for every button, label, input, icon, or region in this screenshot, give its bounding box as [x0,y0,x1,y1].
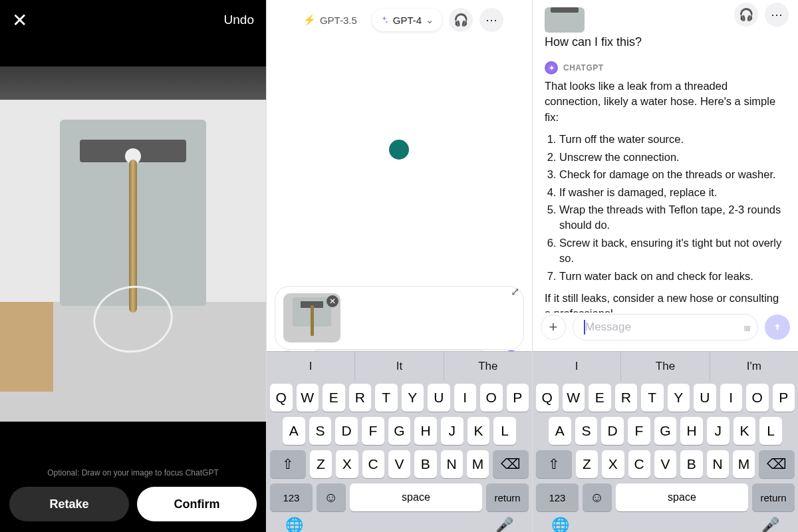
numbers-key[interactable]: 123 [536,483,579,511]
backspace-key[interactable]: ⌫ [759,450,795,478]
key-c[interactable]: C [362,450,384,478]
key-d[interactable]: D [335,417,358,445]
key-j[interactable]: J [707,417,730,445]
headphones-button[interactable]: 🎧 [734,3,758,27]
key-f[interactable]: F [628,417,650,445]
key-e[interactable]: E [323,384,345,412]
key-i[interactable]: I [454,384,477,412]
key-l[interactable]: L [493,417,516,445]
message-input[interactable]: Message ıııı [573,314,758,340]
suggestion-3[interactable]: I'm [710,352,798,381]
key-o[interactable]: O [746,384,769,412]
backspace-key[interactable]: ⌫ [493,450,529,478]
key-h[interactable]: H [414,417,437,445]
shift-key[interactable]: ⇧ [536,450,572,478]
captured-photo[interactable] [0,66,266,422]
headphones-button[interactable]: 🎧 [449,8,473,32]
globe-icon[interactable]: 🌐 [551,517,569,532]
emoji-key[interactable]: ☺ [317,483,346,511]
chevron-down-icon: ⌄ [426,14,434,26]
key-a[interactable]: A [283,417,305,445]
key-e[interactable]: E [589,384,611,412]
model-gpt4-tab[interactable]: GPT-4 ⌄ [372,9,442,31]
key-z[interactable]: Z [310,450,332,478]
key-m[interactable]: M [733,450,755,478]
key-l[interactable]: L [759,417,782,445]
more-button[interactable]: ⋯ [479,8,503,32]
key-w[interactable]: W [297,384,319,412]
suggestion-3[interactable]: The [444,352,532,381]
key-o[interactable]: O [480,384,503,412]
space-key[interactable]: space [350,483,482,511]
key-b[interactable]: B [414,450,436,478]
key-s[interactable]: S [309,417,332,445]
send-button[interactable] [765,315,790,340]
globe-icon[interactable]: 🌐 [285,517,303,532]
more-button[interactable]: ⋯ [765,3,789,27]
voice-wave-icon[interactable]: ıııı [743,322,749,333]
key-j[interactable]: J [441,417,464,445]
add-attachment-button[interactable]: + [541,315,566,340]
message-placeholder: Message [585,321,631,334]
return-key[interactable]: return [486,483,529,511]
message-composer[interactable]: ✕ ⤢ [275,286,524,350]
bot-response: That looks like a leak from a threaded c… [545,78,786,313]
key-y[interactable]: Y [668,384,690,412]
response-step: Wrap the threads with Teflon tape, 2-3 r… [559,202,786,233]
key-z[interactable]: Z [576,450,598,478]
suggestion-2[interactable]: It [354,352,443,381]
key-p[interactable]: P [773,384,795,412]
undo-button[interactable]: Undo [224,13,254,27]
key-k[interactable]: K [733,417,756,445]
key-x[interactable]: X [602,450,624,478]
key-t[interactable]: T [641,384,664,412]
key-n[interactable]: N [707,450,729,478]
expand-icon[interactable]: ⤢ [511,285,519,298]
key-p[interactable]: P [507,384,529,412]
key-r[interactable]: R [615,384,638,412]
key-g[interactable]: G [388,417,411,445]
key-f[interactable]: F [362,417,384,445]
key-m[interactable]: M [467,450,489,478]
key-x[interactable]: X [336,450,358,478]
key-w[interactable]: W [563,384,585,412]
key-d[interactable]: D [601,417,624,445]
key-i[interactable]: I [720,384,743,412]
key-b[interactable]: B [680,450,702,478]
emoji-key[interactable]: ☺ [583,483,612,511]
suggestion-1[interactable]: I [533,352,620,381]
close-icon[interactable]: ✕ [12,9,27,31]
suggestion-1[interactable]: I [267,352,354,381]
mic-icon[interactable]: 🎤 [495,517,513,532]
suggestion-2[interactable]: The [620,352,709,381]
key-n[interactable]: N [441,450,463,478]
attached-image-thumbnail[interactable]: ✕ [283,293,340,342]
key-u[interactable]: U [694,384,716,412]
key-a[interactable]: A [549,417,571,445]
key-c[interactable]: C [628,450,650,478]
retake-button[interactable]: Retake [9,487,129,521]
key-y[interactable]: Y [402,384,424,412]
user-image-thumbnail[interactable] [545,7,585,33]
numbers-key[interactable]: 123 [270,483,313,511]
ios-keyboard[interactable]: I It The QWERTYUIOP ASDFGHJKL ⇧ ZXCVBNM … [267,351,532,532]
ios-keyboard[interactable]: I The I'm QWERTYUIOP ASDFGHJKL ⇧ ZXCVBNM… [533,351,798,532]
confirm-button[interactable]: Confirm [137,487,257,521]
key-q[interactable]: Q [536,384,559,412]
key-h[interactable]: H [680,417,703,445]
return-key[interactable]: return [752,483,795,511]
space-key[interactable]: space [616,483,748,511]
key-q[interactable]: Q [270,384,293,412]
mic-icon[interactable]: 🎤 [761,517,779,532]
model-gpt35-tab[interactable]: ⚡ GPT-3.5 [295,9,365,31]
key-t[interactable]: T [375,384,398,412]
key-s[interactable]: S [575,417,598,445]
key-u[interactable]: U [428,384,450,412]
shift-key[interactable]: ⇧ [270,450,306,478]
key-v[interactable]: V [654,450,676,478]
key-k[interactable]: K [467,417,490,445]
remove-attachment-icon[interactable]: ✕ [327,295,338,307]
key-g[interactable]: G [654,417,677,445]
key-v[interactable]: V [388,450,410,478]
key-r[interactable]: R [349,384,372,412]
